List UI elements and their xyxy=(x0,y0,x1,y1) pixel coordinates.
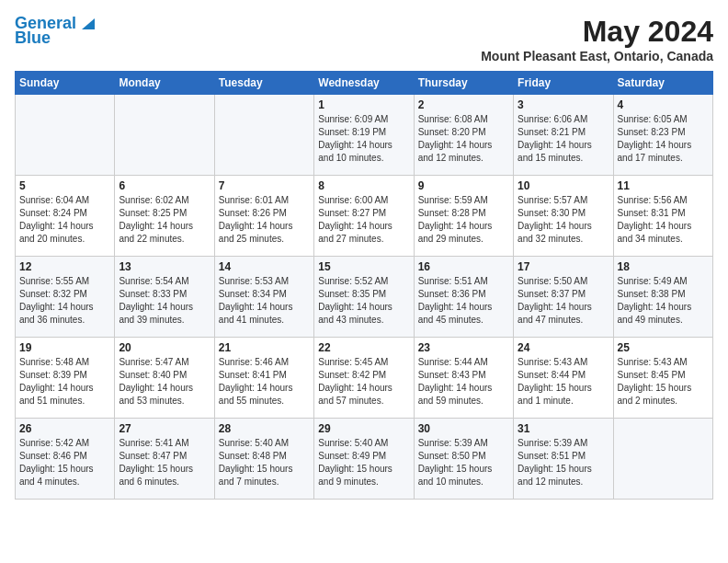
location: Mount Pleasant East, Ontario, Canada xyxy=(481,49,713,63)
day-number: 12 xyxy=(19,260,110,273)
day-number: 4 xyxy=(618,98,709,111)
day-info: Sunrise: 5:43 AM Sunset: 8:45 PM Dayligh… xyxy=(618,356,709,408)
day-info: Sunrise: 5:46 AM Sunset: 8:41 PM Dayligh… xyxy=(219,356,310,408)
day-info: Sunrise: 6:00 AM Sunset: 8:27 PM Dayligh… xyxy=(318,194,409,246)
title-block: May 2024 Mount Pleasant East, Ontario, C… xyxy=(481,15,713,63)
calendar-cell: 3Sunrise: 6:06 AM Sunset: 8:21 PM Daylig… xyxy=(514,95,613,176)
calendar-cell: 22Sunrise: 5:45 AM Sunset: 8:42 PM Dayli… xyxy=(314,338,414,419)
day-info: Sunrise: 5:42 AM Sunset: 8:46 PM Dayligh… xyxy=(19,437,110,488)
day-info: Sunrise: 5:49 AM Sunset: 8:38 PM Dayligh… xyxy=(618,275,709,327)
calendar-cell xyxy=(16,95,115,176)
calendar-cell: 4Sunrise: 6:05 AM Sunset: 8:23 PM Daylig… xyxy=(613,95,712,176)
day-info: Sunrise: 5:44 AM Sunset: 8:43 PM Dayligh… xyxy=(418,356,509,408)
calendar-cell: 18Sunrise: 5:49 AM Sunset: 8:38 PM Dayli… xyxy=(613,257,712,338)
calendar-cell: 12Sunrise: 5:55 AM Sunset: 8:32 PM Dayli… xyxy=(16,257,115,338)
day-number: 19 xyxy=(19,341,110,354)
logo-icon xyxy=(78,15,95,31)
calendar-cell xyxy=(115,95,214,176)
day-info: Sunrise: 6:08 AM Sunset: 8:20 PM Dayligh… xyxy=(418,113,509,165)
day-number: 20 xyxy=(119,341,210,354)
day-info: Sunrise: 5:41 AM Sunset: 8:47 PM Dayligh… xyxy=(119,437,210,488)
day-info: Sunrise: 5:39 AM Sunset: 8:51 PM Dayligh… xyxy=(518,437,609,488)
day-header-saturday: Saturday xyxy=(613,72,712,95)
day-info: Sunrise: 5:57 AM Sunset: 8:30 PM Dayligh… xyxy=(518,194,609,246)
day-info: Sunrise: 5:52 AM Sunset: 8:35 PM Dayligh… xyxy=(318,275,409,327)
day-number: 15 xyxy=(318,260,409,273)
day-info: Sunrise: 5:59 AM Sunset: 8:28 PM Dayligh… xyxy=(418,194,509,246)
calendar-cell: 13Sunrise: 5:54 AM Sunset: 8:33 PM Dayli… xyxy=(115,257,214,338)
calendar-cell: 7Sunrise: 6:01 AM Sunset: 8:26 PM Daylig… xyxy=(214,176,313,257)
calendar-cell: 11Sunrise: 5:56 AM Sunset: 8:31 PM Dayli… xyxy=(613,176,712,257)
calendar-cell: 23Sunrise: 5:44 AM Sunset: 8:43 PM Dayli… xyxy=(414,338,513,419)
calendar-cell: 19Sunrise: 5:48 AM Sunset: 8:39 PM Dayli… xyxy=(16,338,115,419)
calendar-cell: 9Sunrise: 5:59 AM Sunset: 8:28 PM Daylig… xyxy=(414,176,513,257)
day-info: Sunrise: 5:50 AM Sunset: 8:37 PM Dayligh… xyxy=(518,275,609,327)
calendar-cell: 29Sunrise: 5:40 AM Sunset: 8:49 PM Dayli… xyxy=(314,419,414,500)
calendar-table: SundayMondayTuesdayWednesdayThursdayFrid… xyxy=(15,71,713,500)
calendar-cell: 15Sunrise: 5:52 AM Sunset: 8:35 PM Dayli… xyxy=(314,257,414,338)
header-row: SundayMondayTuesdayWednesdayThursdayFrid… xyxy=(16,72,713,95)
calendar-cell: 1Sunrise: 6:09 AM Sunset: 8:19 PM Daylig… xyxy=(314,95,414,176)
day-number: 21 xyxy=(219,341,310,354)
calendar-cell xyxy=(214,95,313,176)
calendar-cell: 28Sunrise: 5:40 AM Sunset: 8:48 PM Dayli… xyxy=(214,419,313,500)
day-header-tuesday: Tuesday xyxy=(214,72,313,95)
month-title: May 2024 xyxy=(481,15,713,49)
calendar-cell: 25Sunrise: 5:43 AM Sunset: 8:45 PM Dayli… xyxy=(613,338,712,419)
day-info: Sunrise: 5:47 AM Sunset: 8:40 PM Dayligh… xyxy=(119,356,210,408)
day-number: 7 xyxy=(219,179,310,192)
day-number: 3 xyxy=(518,98,609,111)
day-number: 17 xyxy=(518,260,609,273)
day-header-thursday: Thursday xyxy=(414,72,513,95)
logo-blue: Blue xyxy=(15,29,51,48)
calendar-cell: 26Sunrise: 5:42 AM Sunset: 8:46 PM Dayli… xyxy=(16,419,115,500)
day-info: Sunrise: 5:51 AM Sunset: 8:36 PM Dayligh… xyxy=(418,275,509,327)
day-info: Sunrise: 5:39 AM Sunset: 8:50 PM Dayligh… xyxy=(418,437,509,488)
day-number: 13 xyxy=(119,260,210,273)
calendar-cell: 27Sunrise: 5:41 AM Sunset: 8:47 PM Dayli… xyxy=(115,419,214,500)
day-info: Sunrise: 5:43 AM Sunset: 8:44 PM Dayligh… xyxy=(518,356,609,408)
calendar-cell: 2Sunrise: 6:08 AM Sunset: 8:20 PM Daylig… xyxy=(414,95,513,176)
calendar-cell: 24Sunrise: 5:43 AM Sunset: 8:44 PM Dayli… xyxy=(514,338,613,419)
day-number: 23 xyxy=(418,341,509,354)
day-number: 18 xyxy=(618,260,709,273)
calendar-cell: 16Sunrise: 5:51 AM Sunset: 8:36 PM Dayli… xyxy=(414,257,513,338)
calendar-cell: 17Sunrise: 5:50 AM Sunset: 8:37 PM Dayli… xyxy=(514,257,613,338)
day-info: Sunrise: 5:45 AM Sunset: 8:42 PM Dayligh… xyxy=(318,356,409,408)
day-info: Sunrise: 5:56 AM Sunset: 8:31 PM Dayligh… xyxy=(618,194,709,246)
calendar-cell: 8Sunrise: 6:00 AM Sunset: 8:27 PM Daylig… xyxy=(314,176,414,257)
day-info: Sunrise: 6:06 AM Sunset: 8:21 PM Dayligh… xyxy=(518,113,609,165)
day-info: Sunrise: 5:54 AM Sunset: 8:33 PM Dayligh… xyxy=(119,275,210,327)
day-number: 11 xyxy=(618,179,709,192)
day-number: 10 xyxy=(518,179,609,192)
day-number: 29 xyxy=(318,422,409,435)
day-number: 25 xyxy=(618,341,709,354)
calendar-cell: 5Sunrise: 6:04 AM Sunset: 8:24 PM Daylig… xyxy=(16,176,115,257)
calendar-cell xyxy=(613,419,712,500)
calendar-cell: 6Sunrise: 6:02 AM Sunset: 8:25 PM Daylig… xyxy=(115,176,214,257)
day-number: 1 xyxy=(318,98,409,111)
week-row-3: 12Sunrise: 5:55 AM Sunset: 8:32 PM Dayli… xyxy=(16,257,713,338)
week-row-2: 5Sunrise: 6:04 AM Sunset: 8:24 PM Daylig… xyxy=(16,176,713,257)
day-header-wednesday: Wednesday xyxy=(314,72,414,95)
day-number: 27 xyxy=(119,422,210,435)
page-header: General Blue May 2024 Mount Pleasant Eas… xyxy=(15,15,713,63)
day-number: 26 xyxy=(19,422,110,435)
day-number: 5 xyxy=(19,179,110,192)
day-info: Sunrise: 5:48 AM Sunset: 8:39 PM Dayligh… xyxy=(19,356,110,408)
calendar-cell: 20Sunrise: 5:47 AM Sunset: 8:40 PM Dayli… xyxy=(115,338,214,419)
logo: General Blue xyxy=(15,15,95,48)
day-number: 8 xyxy=(318,179,409,192)
day-info: Sunrise: 6:01 AM Sunset: 8:26 PM Dayligh… xyxy=(219,194,310,246)
week-row-1: 1Sunrise: 6:09 AM Sunset: 8:19 PM Daylig… xyxy=(16,95,713,176)
day-number: 24 xyxy=(518,341,609,354)
svg-marker-0 xyxy=(82,18,95,29)
day-number: 22 xyxy=(318,341,409,354)
day-number: 9 xyxy=(418,179,509,192)
day-info: Sunrise: 6:04 AM Sunset: 8:24 PM Dayligh… xyxy=(19,194,110,246)
calendar-cell: 31Sunrise: 5:39 AM Sunset: 8:51 PM Dayli… xyxy=(514,419,613,500)
day-number: 28 xyxy=(219,422,310,435)
day-number: 14 xyxy=(219,260,310,273)
day-info: Sunrise: 5:40 AM Sunset: 8:48 PM Dayligh… xyxy=(219,437,310,488)
day-header-monday: Monday xyxy=(115,72,214,95)
